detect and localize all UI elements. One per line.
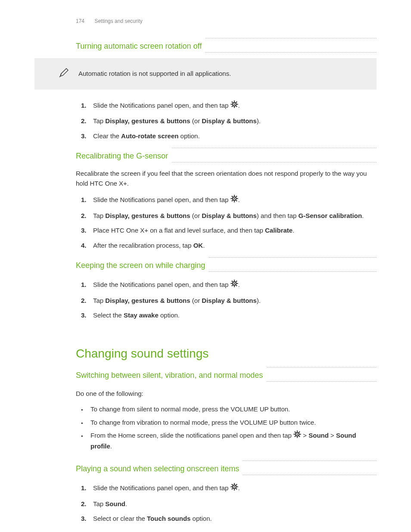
section-heading-modes: Switching between silent, vibration, and… <box>76 367 266 383</box>
section-heading-wrap: Playing a sound when selecting onscreen … <box>76 460 377 476</box>
section-2-intro: Recalibrate the screen if you feel that … <box>76 169 377 188</box>
section-heading-wrap: Keeping the screen on while charging <box>76 257 377 273</box>
section-2-steps: Slide the Notifications panel open, and … <box>76 193 377 253</box>
list-item: Slide the Notifications panel open, and … <box>76 277 377 293</box>
gear-icon <box>230 280 238 290</box>
section-4-bullets: To change from silent to normal mode, pr… <box>76 403 377 453</box>
list-item: Place HTC One X+ on a flat and level sur… <box>76 223 377 238</box>
gear-icon <box>230 195 238 205</box>
list-item: Tap Display, gestures & buttons (or Disp… <box>76 208 377 224</box>
section-heading-charging: Keeping the screen on while charging <box>76 257 209 273</box>
note-box: Automatic rotation is not supported in a… <box>34 58 377 90</box>
list-item: To change from vibration to normal mode,… <box>76 416 377 429</box>
list-item: Slide the Notifications panel open, and … <box>76 193 377 208</box>
section-heading-gsensor: Recalibrating the G-sensor <box>76 148 171 164</box>
page-header: 174 Settings and security <box>34 17 377 25</box>
list-item: After the recalibration process, tap OK. <box>76 238 377 253</box>
document-page: 174 Settings and security Turning automa… <box>0 0 411 532</box>
gear-icon <box>230 100 238 111</box>
list-item: Tap Sound. <box>76 497 377 512</box>
main-heading-sound: Changing sound settings <box>76 345 377 363</box>
section-heading-wrap: Switching between silent, vibration, and… <box>76 367 377 383</box>
list-item: Select or clear the Touch sounds option. <box>76 511 377 526</box>
pen-icon <box>59 67 70 81</box>
list-item: Clear the Auto-rotate screen option. <box>76 129 377 144</box>
header-section-title: Settings and security <box>94 18 142 24</box>
section-1-steps: Slide the Notifications panel open, and … <box>76 98 377 144</box>
note-text: Automatic rotation is not supported in a… <box>78 69 231 79</box>
gear-icon <box>230 483 238 494</box>
list-item: From the Home screen, slide the notifica… <box>76 429 377 453</box>
section-heading-wrap: Turning automatic screen rotation off <box>76 38 377 54</box>
list-item: Tap Display, gestures & buttons (or Disp… <box>76 293 377 308</box>
section-heading-rotation: Turning automatic screen rotation off <box>76 38 205 54</box>
section-3-steps: Slide the Notifications panel open, and … <box>76 277 377 323</box>
section-heading-wrap: Recalibrating the G-sensor <box>76 148 377 164</box>
section-5-steps: Slide the Notifications panel open, and … <box>76 481 377 526</box>
list-item: Select the Stay awake option. <box>76 308 377 323</box>
gear-icon <box>293 430 301 441</box>
list-item: Tap Display, gestures & buttons (or Disp… <box>76 114 377 129</box>
list-item: Slide the Notifications panel open, and … <box>76 481 377 497</box>
list-item: To change from silent to normal mode, pr… <box>76 403 377 416</box>
section-4-intro: Do one of the following: <box>76 389 377 399</box>
section-heading-touchsounds: Playing a sound when selecting onscreen … <box>76 460 243 476</box>
page-number: 174 <box>76 18 84 24</box>
list-item: Slide the Notifications panel open, and … <box>76 98 377 114</box>
